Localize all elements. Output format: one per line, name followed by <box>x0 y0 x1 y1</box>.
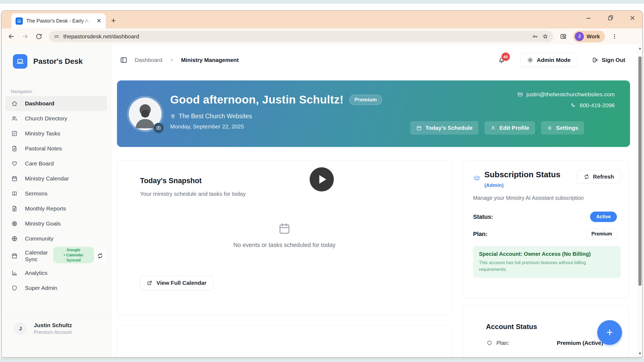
view-full-calendar-button[interactable]: View Full Calendar <box>140 275 213 290</box>
home-icon <box>11 100 18 107</box>
user-plan: Premium Account <box>34 330 72 335</box>
breadcrumb-parent[interactable]: Dashboard <box>135 57 162 63</box>
sign-out-button[interactable]: Sign Out <box>592 57 625 63</box>
sidebar-item-calendar-sync[interactable]: Calendar Sync Google • Calendar Synced <box>5 246 107 265</box>
forward-button[interactable] <box>21 33 29 40</box>
scrollbar-thumb[interactable] <box>638 56 642 286</box>
sidebar-item-ministry-calendar[interactable]: Ministry Calendar <box>5 171 107 186</box>
address-bar[interactable]: thepastorsdesk.net/dashboard <box>49 31 553 42</box>
window-minimize-button[interactable] <box>585 14 592 21</box>
breadcrumb-current: Ministry Management <box>181 57 239 63</box>
sidebar-item-super-admin[interactable]: Super Admin <box>5 280 107 295</box>
window-restore-button[interactable] <box>607 14 614 21</box>
nav-section-label: Navigation <box>11 89 32 94</box>
target-icon <box>11 220 18 227</box>
google-calendar-synced-badge: Google • Calendar Synced <box>53 247 94 263</box>
sign-out-icon <box>592 57 598 63</box>
special-account-notice: Special Account: Owner Access (No Billin… <box>473 246 621 278</box>
refresh-button[interactable]: Refresh <box>577 170 621 184</box>
subscription-subtitle: Manage your Ministry AI Assistant subscr… <box>473 195 584 201</box>
url-text[interactable]: thepastorsdesk.net/dashboard <box>63 33 528 40</box>
current-date: Monday, September 22, 2025 <box>170 123 244 130</box>
sync-refresh-icon[interactable] <box>94 250 106 262</box>
status-badge: Active <box>590 212 617 222</box>
browser-window: The Pastor's Desk - Early Acces ✕ + thep… <box>2 11 642 357</box>
app-root: Pastor's Desk Navigation Dashboard Churc… <box>2 45 642 357</box>
scrollbar-up-arrow[interactable]: ▲ <box>638 46 642 50</box>
sidebar-toggle-icon[interactable] <box>120 56 128 64</box>
browser-tab-bar: The Pastor's Desk - Early Acces ✕ + <box>2 11 642 28</box>
sidebar-item-analytics[interactable]: Analytics <box>5 265 107 280</box>
crown-icon <box>473 174 481 189</box>
admin-mode-button[interactable]: Admin Mode <box>520 53 577 67</box>
admin-tag: (Admin) <box>484 182 504 188</box>
reload-button[interactable] <box>35 33 42 40</box>
settings-button[interactable]: Settings <box>541 121 584 135</box>
plus-icon: + <box>606 326 613 339</box>
sidebar-item-monthly-reports[interactable]: Monthly Reports <box>5 201 107 216</box>
todays-snapshot-card: Today's Snapshot Your ministry schedule … <box>117 160 452 315</box>
church-name: The Best Church Websites <box>179 113 252 120</box>
scrollbar-down-arrow[interactable]: ▼ <box>638 352 642 356</box>
tab-close-icon[interactable]: ✕ <box>97 18 101 24</box>
user-phone[interactable]: 800-419-2096 <box>580 102 615 109</box>
sidebar-user[interactable]: J Justin Schultz Premium Account <box>2 315 110 335</box>
camera-icon[interactable] <box>153 123 164 133</box>
app-logo: Pastor's Desk <box>13 54 83 69</box>
book-open-icon <box>11 190 18 197</box>
search-tabs-icon[interactable] <box>560 33 567 40</box>
account-plan-label: Plan: <box>496 340 509 346</box>
subscription-status-card: Subscription Status (Admin) Refresh Mana… <box>463 160 629 298</box>
heart-icon <box>11 160 18 167</box>
browser-profile-chip[interactable]: J Work <box>573 31 605 42</box>
shield-icon <box>11 285 18 291</box>
refresh-icon <box>584 174 590 180</box>
special-account-title: Special Account: Owner Access (No Billin… <box>479 251 615 257</box>
sidebar-item-ministry-goals[interactable]: Ministry Goals <box>5 216 107 231</box>
tab-title: The Pastor's Desk - Early Acces <box>26 18 90 24</box>
sidebar-item-dashboard[interactable]: Dashboard <box>5 96 107 111</box>
laptop-logo-icon <box>13 54 27 69</box>
page-header: Dashboard Ministry Management 40 Admin M… <box>111 45 642 76</box>
edit-profile-button[interactable]: Edit Profile <box>484 121 535 135</box>
sidebar-item-care-board[interactable]: Care Board <box>5 156 107 171</box>
user-avatar: J <box>14 322 27 335</box>
chevron-right-icon <box>169 58 174 62</box>
sidebar-item-ministry-tasks[interactable]: Ministry Tasks <box>5 126 107 141</box>
calendar-sync-icon <box>11 253 18 259</box>
main-content: Dashboard Ministry Management 40 Admin M… <box>111 45 642 357</box>
sidebar-item-pastoral-notes[interactable]: Pastoral Notes <box>5 141 107 156</box>
new-tab-button[interactable]: + <box>111 17 116 25</box>
tune-icon[interactable] <box>54 34 60 39</box>
sidebar-item-church-directory[interactable]: Church Directory <box>5 111 107 126</box>
empty-calendar-icon <box>278 222 291 235</box>
todays-schedule-button[interactable]: Today's Schedule <box>410 121 478 135</box>
gear-icon <box>527 57 533 63</box>
play-icon <box>319 175 326 184</box>
bookmark-star-icon[interactable] <box>542 33 548 40</box>
sidebar-item-sermons[interactable]: Sermons <box>5 186 107 201</box>
phone-icon <box>570 102 576 108</box>
user-email[interactable]: justin@thebestchurchwebsites.com <box>526 91 615 98</box>
back-button[interactable] <box>8 33 15 40</box>
snapshot-empty-state: No events or tasks scheduled for today <box>117 222 452 249</box>
shield-small-icon <box>486 340 492 346</box>
window-close-button[interactable] <box>629 14 636 21</box>
video-play-button[interactable] <box>310 167 334 191</box>
users-icon <box>11 115 18 122</box>
lower-card-partial <box>117 325 452 357</box>
account-plan-value: Premium (Active) <box>557 340 603 346</box>
email-icon <box>517 91 523 98</box>
browser-menu-icon[interactable] <box>611 33 618 40</box>
snapshot-subtitle: Your ministry schedule and tasks for tod… <box>140 191 246 197</box>
notifications-button[interactable]: 40 <box>498 56 505 64</box>
sidebar-item-community[interactable]: Community <box>5 231 107 246</box>
sidebar-nav: Dashboard Church Directory Ministry Task… <box>5 96 107 295</box>
calendar-icon <box>416 125 422 131</box>
browser-tab[interactable]: The Pastor's Desk - Early Acces ✕ <box>11 13 106 28</box>
page-scrollbar[interactable]: ▲ ▼ <box>638 45 642 357</box>
greeting-banner: Good afternoon, Justin Schultz! Premium … <box>117 80 630 147</box>
subscription-title: Subscription Status <box>484 170 560 179</box>
add-fab-button[interactable]: + <box>597 320 622 345</box>
password-key-icon[interactable] <box>532 33 538 40</box>
